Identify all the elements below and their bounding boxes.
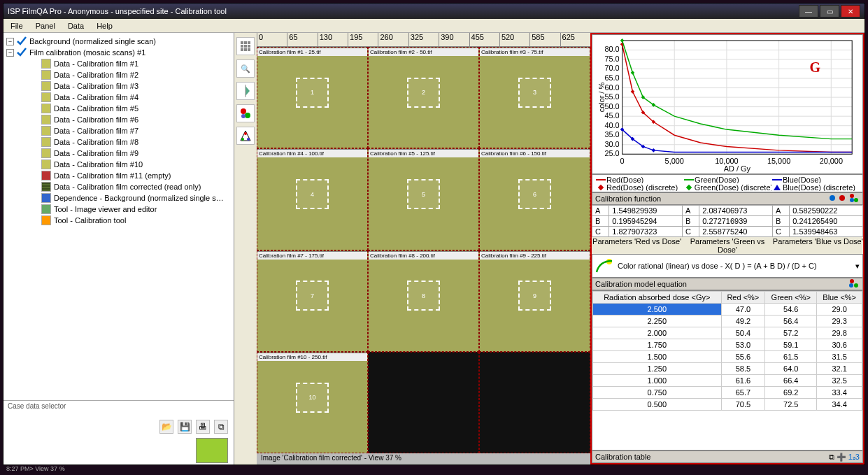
menu-panel[interactable]: Panel bbox=[36, 22, 55, 30]
svg-point-14 bbox=[241, 138, 244, 141]
copy-icon[interactable]: ⧉ bbox=[829, 453, 834, 461]
chevron-down-icon[interactable]: ▾ bbox=[855, 262, 860, 271]
svg-text:70.0: 70.0 bbox=[604, 64, 619, 72]
tree-item[interactable]: Data - Calibration film #6 bbox=[54, 115, 138, 124]
svg-rect-58 bbox=[631, 71, 635, 75]
rgb-balls-icon[interactable] bbox=[848, 278, 860, 290]
check-icon[interactable] bbox=[17, 36, 27, 46]
film-label: Calibration film #4 - 100.tif bbox=[257, 149, 367, 157]
film-cell[interactable]: 6Calibration film #6 - 150.tif bbox=[479, 148, 590, 250]
film-cell[interactable]: 10Calibration film #10 - 250.tif bbox=[257, 352, 368, 453]
svg-point-76 bbox=[850, 279, 854, 283]
film-cell[interactable] bbox=[368, 352, 479, 453]
film-cell[interactable]: 5Calibration film #5 - 125.tif bbox=[368, 148, 479, 250]
tree-item[interactable]: Data - Calibration film #9 bbox=[54, 149, 138, 157]
close-button[interactable]: ✕ bbox=[841, 5, 860, 17]
film-cell[interactable]: 3Calibration film #3 - 75.tif bbox=[479, 47, 590, 148]
calibration-chart[interactable]: 05,00010,00015,00020,00025.030.035.040.0… bbox=[592, 34, 863, 174]
save-icon[interactable]: 💾 bbox=[178, 420, 192, 434]
tree-item[interactable]: Data - Calibration film #4 bbox=[54, 93, 138, 101]
image-caption: Image 'Calibration film corrected' - Vie… bbox=[257, 453, 590, 465]
case-tree[interactable]: − Background (normalized single scan) − … bbox=[3, 33, 234, 400]
open-folder-icon[interactable]: 📂 bbox=[159, 420, 173, 434]
tree-item[interactable]: Data - Calibration film corrected (read … bbox=[54, 183, 201, 191]
film-cell[interactable]: 1Calibration film #1 - 25.tif bbox=[257, 47, 368, 148]
tree-item[interactable]: Data - Calibration film #3 bbox=[54, 82, 138, 90]
roi-box[interactable]: 3 bbox=[518, 78, 551, 108]
table-row[interactable]: 1.25058.564.032.1 bbox=[593, 363, 862, 375]
roi-box[interactable]: 4 bbox=[296, 179, 329, 209]
table-row[interactable]: 0.75065.769.233.4 bbox=[593, 387, 862, 399]
film-cell[interactable]: 7Calibration film #7 - 175.tif bbox=[257, 250, 368, 352]
maximize-button[interactable]: ▭ bbox=[820, 5, 839, 17]
table-row[interactable]: 2.50047.054.629.0 bbox=[593, 304, 862, 316]
svg-rect-54 bbox=[631, 90, 635, 94]
numbers-icon[interactable]: 1₂3 bbox=[848, 453, 860, 461]
tree-item[interactable]: Data - Calibration film #1 bbox=[54, 59, 138, 68]
tree-item[interactable]: Data - Calibration film #2 bbox=[54, 71, 138, 79]
film-label: Calibration film #7 - 175.tif bbox=[257, 251, 367, 260]
svg-rect-3 bbox=[241, 45, 243, 48]
minimize-button[interactable]: — bbox=[799, 5, 818, 17]
table-row[interactable]: 1.50055.661.531.5 bbox=[593, 351, 862, 363]
roi-box[interactable]: 8 bbox=[407, 281, 440, 311]
table-row[interactable]: 2.25049.256.429.3 bbox=[593, 316, 862, 327]
equation-selector[interactable]: Color rational (linear) vs dose - X( D )… bbox=[592, 254, 863, 278]
table-row[interactable]: 2.00050.457.229.8 bbox=[593, 327, 862, 339]
film-cell[interactable]: 9Calibration film #9 - 225.tif bbox=[479, 250, 590, 352]
calibration-panel: 05,00010,00015,00020,00025.030.035.040.0… bbox=[592, 33, 865, 465]
film-mosaic[interactable]: 1Calibration film #1 - 25.tif2Calibratio… bbox=[257, 47, 590, 453]
menu-data[interactable]: Data bbox=[68, 22, 84, 30]
collapse-icon[interactable]: − bbox=[6, 49, 14, 57]
roi-box[interactable]: 2 bbox=[407, 78, 440, 108]
tree-item[interactable]: Data - Calibration film #8 bbox=[54, 138, 138, 146]
properties-icon[interactable]: ⧉ bbox=[214, 420, 228, 434]
print-icon[interactable]: 🖶 bbox=[196, 420, 210, 434]
param-table: A1.549829939A2.087406973A0.582590222 B0.… bbox=[592, 205, 863, 237]
table-row[interactable]: 1.75053.059.130.6 bbox=[593, 339, 862, 351]
roi-box[interactable]: 5 bbox=[407, 179, 440, 209]
tree-item[interactable]: Data - Calibration film #11 (empty) bbox=[54, 171, 171, 180]
rgb-balls-icon[interactable] bbox=[236, 104, 255, 122]
tree-item[interactable]: Tool - Calibration tool bbox=[54, 216, 126, 225]
tree-root-filmcal[interactable]: Film calibration (mosaic scans) #1 bbox=[29, 48, 145, 57]
flip-tool-icon[interactable] bbox=[236, 82, 255, 100]
film-cell[interactable]: 4Calibration film #4 - 100.tif bbox=[257, 148, 368, 250]
film-label: Calibration film #10 - 250.tif bbox=[257, 353, 367, 361]
zoom-tool-icon[interactable]: 🔍 bbox=[236, 59, 255, 78]
tree-item[interactable]: Data - Calibration film #5 bbox=[54, 104, 138, 113]
roi-box[interactable]: 10 bbox=[296, 383, 329, 413]
calibration-data-table[interactable]: Radiation absorbed dose <Gy> Red <%> Gre… bbox=[592, 290, 863, 451]
roi-box[interactable]: 6 bbox=[518, 179, 551, 209]
tree-item[interactable]: Data - Calibration film #10 bbox=[54, 160, 143, 169]
film-icon bbox=[41, 92, 51, 102]
check-icon[interactable] bbox=[17, 48, 27, 57]
tool-icon bbox=[41, 215, 51, 225]
roi-box[interactable]: 7 bbox=[296, 281, 329, 311]
triangle-tool-icon[interactable] bbox=[236, 127, 255, 145]
tree-item[interactable]: Data - Calibration film #7 bbox=[54, 127, 138, 135]
tree-item[interactable]: Dependence - Background (normalized sing… bbox=[54, 194, 224, 202]
film-cell[interactable]: 8Calibration film #8 - 200.tif bbox=[368, 250, 479, 352]
tree-item[interactable]: Tool - Image viewer and editor bbox=[54, 205, 157, 213]
tree-root-background[interactable]: Background (normalized single scan) bbox=[29, 37, 156, 45]
collapse-icon[interactable]: − bbox=[6, 38, 14, 45]
film-label: Calibration film #5 - 125.tif bbox=[369, 149, 478, 157]
roi-box[interactable]: 9 bbox=[518, 281, 551, 311]
film-cell[interactable] bbox=[479, 352, 590, 453]
roi-box[interactable]: 1 bbox=[296, 78, 329, 108]
svg-text:80.0: 80.0 bbox=[604, 45, 619, 53]
table-row[interactable]: 1.00061.666.432.5 bbox=[593, 375, 862, 387]
tool-icon bbox=[41, 204, 51, 214]
menu-help[interactable]: Help bbox=[97, 22, 113, 30]
grid-tool-icon[interactable] bbox=[236, 37, 255, 55]
svg-point-11 bbox=[245, 113, 250, 118]
film-cell[interactable]: 2Calibration film #2 - 50.tif bbox=[368, 47, 479, 148]
add-row-icon[interactable]: ➕ bbox=[837, 453, 846, 461]
film-icon bbox=[41, 104, 51, 113]
tree-panel: − Background (normalized single scan) − … bbox=[3, 33, 234, 465]
calfunc-header: Calibration function bbox=[595, 194, 661, 203]
table-row[interactable]: 0.50070.572.534.4 bbox=[593, 399, 862, 411]
menu-file[interactable]: File bbox=[10, 22, 23, 30]
svg-rect-2 bbox=[248, 41, 250, 44]
